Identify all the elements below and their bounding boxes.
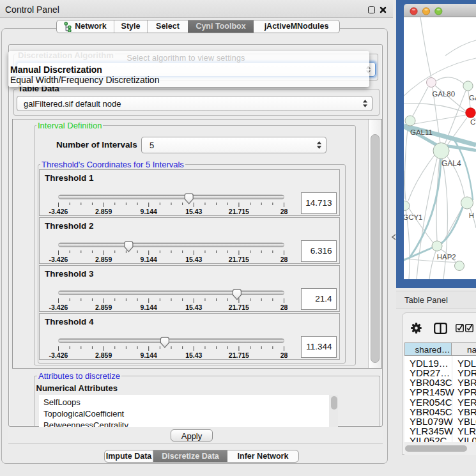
svg-text:GCY1: GCY1 bbox=[404, 213, 423, 221]
svg-text:H: H bbox=[469, 211, 474, 219]
svg-text:GAL: GAL bbox=[469, 94, 476, 102]
svg-text:GAL11: GAL11 bbox=[410, 128, 433, 136]
svg-text:C: C bbox=[470, 118, 475, 126]
svg-text:GAL80: GAL80 bbox=[432, 90, 455, 98]
svg-text:HAP2: HAP2 bbox=[437, 253, 456, 261]
svg-text:GAL4: GAL4 bbox=[441, 159, 461, 168]
